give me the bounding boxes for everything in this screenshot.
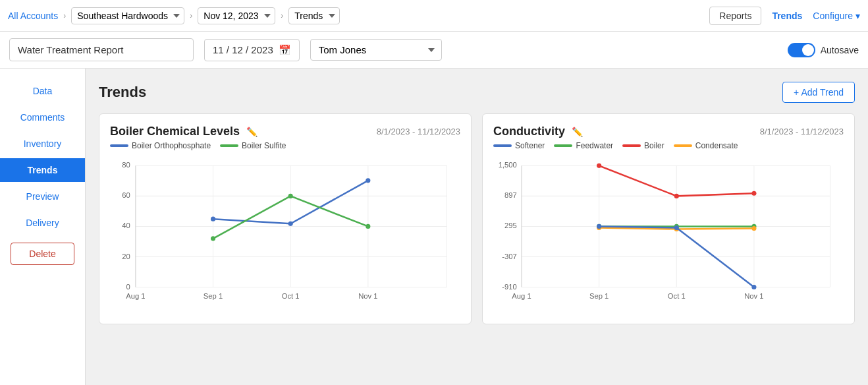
svg-point-20	[288, 222, 293, 226]
svg-text:80: 80	[122, 161, 130, 169]
boiler-legend: Boiler Orthophosphate Boiler Sulfite	[110, 141, 460, 150]
legend-item-softener: Softener	[493, 141, 545, 150]
boiler-chart-title: Boiler Chemical Levels	[110, 125, 240, 138]
svg-text:Oct 1: Oct 1	[282, 292, 300, 300]
conductivity-chart-svg: 1,500 897 295 -307 -910	[493, 156, 844, 304]
svg-text:1,500: 1,500	[499, 161, 517, 169]
content-area: Trends + Add Trend Boiler Chemical Level…	[86, 69, 868, 385]
boiler-chart-card: Boiler Chemical Levels ✏️ 8/1/2023 - 11/…	[99, 113, 472, 324]
svg-point-24	[366, 224, 370, 229]
sidebar-item-delete[interactable]: Delete	[11, 243, 74, 265]
boiler-chart-wrapper: 80 60 40 20 0	[110, 156, 460, 306]
reports-button[interactable]: Reports	[709, 7, 761, 25]
sidebar-item-comments[interactable]: Comments	[0, 105, 85, 129]
sidebar-item-inventory[interactable]: Inventory	[0, 132, 85, 156]
boiler-date-range: 8/1/2023 - 11/12/2023	[377, 127, 460, 136]
report-title-input[interactable]	[9, 38, 194, 61]
svg-text:897: 897	[504, 191, 517, 199]
legend-label-softener: Softener	[515, 141, 545, 150]
legend-label-sulfite: Boiler Sulfite	[242, 141, 286, 150]
svg-text:40: 40	[122, 222, 130, 229]
legend-color-orthophosphate	[110, 144, 128, 147]
legend-label-boiler: Boiler	[644, 141, 665, 150]
boiler-chart-svg: 80 60 40 20 0	[110, 156, 460, 304]
legend-item-sulfite: Boiler Sulfite	[220, 141, 286, 150]
svg-text:Aug 1: Aug 1	[512, 292, 531, 300]
boiler-edit-icon[interactable]: ✏️	[246, 127, 258, 137]
configure-label: Configure	[813, 11, 853, 21]
configure-chevron-icon: ▾	[855, 11, 860, 21]
svg-text:Aug 1: Aug 1	[126, 292, 145, 300]
legend-color-boiler	[622, 144, 641, 147]
svg-text:60: 60	[122, 191, 130, 199]
calendar-icon[interactable]: 📅	[279, 44, 291, 56]
breadcrumb-sep-3: ›	[281, 11, 283, 20]
conductivity-chart-wrapper: 1,500 897 295 -307 -910	[493, 156, 844, 306]
legend-color-softener	[493, 144, 512, 147]
legend-label-orthophosphate: Boiler Orthophosphate	[132, 141, 211, 150]
svg-text:-307: -307	[502, 252, 517, 260]
svg-point-21	[366, 178, 370, 183]
legend-label-condensate: Condensate	[695, 141, 738, 150]
autosave-toggle[interactable]	[788, 43, 815, 57]
legend-item-orthophosphate: Boiler Orthophosphate	[110, 141, 211, 150]
boiler-chart-header: Boiler Chemical Levels ✏️ 8/1/2023 - 11/…	[110, 125, 460, 138]
charts-grid: Boiler Chemical Levels ✏️ 8/1/2023 - 11/…	[99, 113, 855, 324]
svg-point-52	[751, 226, 756, 231]
svg-text:20: 20	[122, 252, 130, 260]
svg-text:Sep 1: Sep 1	[203, 292, 223, 300]
breadcrumb-sep-2: ›	[190, 11, 192, 20]
sub-header: 11 / 12 / 2023 📅 Tom Jones Autosave	[0, 32, 868, 69]
toggle-knob	[802, 44, 814, 56]
svg-point-53	[597, 224, 601, 229]
sidebar-item-trends[interactable]: Trends	[0, 158, 85, 182]
sidebar-item-preview[interactable]: Preview	[0, 185, 85, 208]
autosave-wrapper: Autosave	[788, 43, 859, 57]
svg-text:295: 295	[504, 222, 517, 229]
date-input-wrapper: 11 / 12 / 2023 📅	[204, 39, 300, 61]
legend-color-condensate	[674, 144, 692, 147]
svg-text:Oct 1: Oct 1	[668, 292, 686, 300]
conductivity-chart-card: Conductivity ✏️ 8/1/2023 - 11/12/2023 So…	[482, 113, 855, 324]
svg-point-22	[211, 236, 215, 241]
legend-label-feedwater: Feedwater	[576, 141, 613, 150]
legend-color-feedwater	[554, 144, 572, 147]
legend-item-boiler: Boiler	[622, 141, 665, 150]
view-select[interactable]: Trends	[288, 7, 340, 24]
legend-color-sulfite	[220, 144, 238, 147]
svg-text:0: 0	[126, 283, 130, 291]
svg-point-19	[211, 217, 215, 222]
svg-text:Nov 1: Nov 1	[358, 292, 377, 300]
sidebar: Data Comments Inventory Trends Preview D…	[0, 69, 86, 385]
breadcrumb-sep-1: ›	[63, 11, 66, 20]
svg-point-23	[288, 194, 293, 198]
svg-point-45	[674, 194, 679, 198]
top-nav-right: Reports Trends Configure ▾	[709, 7, 860, 25]
account-select[interactable]: Southeast Hardwoods	[71, 7, 184, 24]
svg-text:-910: -910	[502, 283, 517, 291]
trends-header: Trends + Add Trend	[99, 82, 855, 103]
trends-section-title: Trends	[99, 84, 146, 101]
all-accounts-link[interactable]: All Accounts	[8, 11, 58, 21]
conductivity-chart-header: Conductivity ✏️ 8/1/2023 - 11/12/2023	[493, 125, 844, 138]
svg-point-55	[751, 285, 756, 289]
configure-button[interactable]: Configure ▾	[813, 11, 860, 21]
svg-text:Nov 1: Nov 1	[744, 292, 763, 300]
legend-item-feedwater: Feedwater	[554, 141, 613, 150]
sidebar-item-data[interactable]: Data	[0, 79, 85, 103]
sidebar-item-delivery[interactable]: Delivery	[0, 211, 85, 235]
date-select[interactable]: Nov 12, 2023	[198, 7, 275, 24]
conductivity-date-range: 8/1/2023 - 11/12/2023	[760, 127, 844, 136]
assignee-select[interactable]: Tom Jones	[310, 39, 442, 61]
svg-point-46	[751, 191, 756, 196]
trends-nav-link[interactable]: Trends	[772, 11, 802, 21]
main-layout: Data Comments Inventory Trends Preview D…	[0, 69, 868, 385]
svg-text:Sep 1: Sep 1	[589, 292, 609, 300]
legend-item-condensate: Condensate	[674, 141, 738, 150]
conductivity-legend: Softener Feedwater Boiler Condensate	[493, 141, 844, 150]
svg-point-44	[597, 163, 601, 168]
conductivity-edit-icon[interactable]: ✏️	[572, 127, 583, 137]
conductivity-chart-title: Conductivity	[493, 125, 565, 138]
autosave-label: Autosave	[821, 45, 859, 55]
add-trend-button[interactable]: + Add Trend	[782, 82, 855, 103]
